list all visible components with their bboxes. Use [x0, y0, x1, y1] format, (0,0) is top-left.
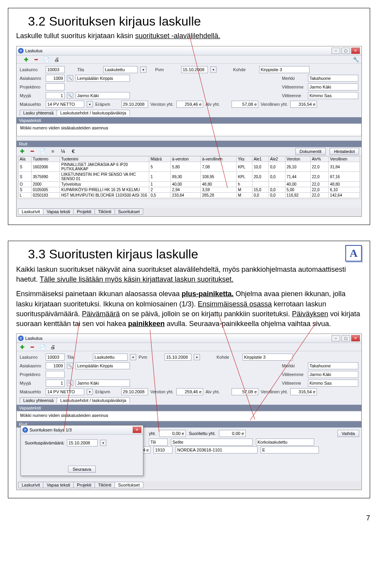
bottom-tab-suoritukset[interactable]: Suoritukset [115, 482, 143, 488]
button-hintatiedot[interactable]: Hintatiedot [330, 148, 359, 155]
field-kohde[interactable]: Kirppistie 3 [259, 66, 309, 73]
label-alvyht-2: Alv yht. [206, 389, 229, 394]
table-row[interactable]: O2000Työveloitus140,0048,80h40,0022,048,… [19, 182, 360, 187]
maximize-button[interactable]: ▢ [341, 48, 350, 54]
label-yht: yht. [149, 431, 156, 436]
bottom-tab-vapaa-teksti[interactable]: Vapaa teksti [43, 208, 74, 215]
field-kohde-2[interactable]: Kirppistie 3 [243, 354, 293, 361]
close-button[interactable]: ✕ [351, 48, 360, 54]
lookup-asiakas[interactable]: 🔍 [67, 75, 73, 81]
table-row[interactable]: S0105005KUPARIKÖYSI PIRELLI HK 16 25 M K… [19, 187, 360, 193]
minimize-button-2[interactable]: – [332, 335, 340, 341]
field-pvm[interactable]: 15.10.2008 [181, 66, 208, 73]
rows-add-icon[interactable]: ✚ [19, 148, 25, 154]
rows-copy-icon[interactable]: 📄 [39, 148, 46, 154]
field-viitteenne[interactable]: Kimmo Sas [308, 92, 358, 99]
para-2: Ensimmäiseksi painetaan ikkunan alaosass… [16, 289, 362, 329]
bottom-tab-laskurivit[interactable]: Laskurivit [18, 208, 43, 215]
p2h: Päiväyksen [292, 310, 328, 318]
field-asiakasnro[interactable]: 1009 [46, 75, 65, 82]
bottom-tab-vapaa-teksti[interactable]: Vapaa teksti [43, 482, 74, 488]
table-row[interactable]: S3575890LIIKETUNNISTIN IHC PIR SENSO VA … [19, 172, 360, 182]
field-myyja-no[interactable]: 1 [46, 92, 65, 99]
dropdown-maksuehto[interactable]: ▾ [87, 101, 93, 107]
section-header-vapaateksti: Vapaateksti [17, 117, 361, 123]
field-nordea: NORDEA 203618-1101 [176, 446, 258, 453]
dropdown-tila-2[interactable]: ▾ [130, 354, 136, 360]
maximize-button-2[interactable]: ▢ [341, 335, 350, 341]
close-button-2[interactable]: ✕ [351, 335, 360, 341]
button-dokumentit[interactable]: Dokumentit [295, 148, 326, 155]
minimize-button[interactable]: – [332, 48, 340, 54]
popup-close-button[interactable]: ✕ [133, 427, 141, 433]
bottom-tab-projekti[interactable]: Projekti [73, 482, 95, 488]
field-pvm-2[interactable]: 15.10.2008 [165, 354, 191, 361]
tab-laskutusehdot[interactable]: Laskutusehdot / laskutuspäiväkirja [57, 110, 130, 116]
field-verotonyht: 259,46 e [176, 101, 203, 108]
field-verollinen: 316,54 e [290, 101, 317, 108]
datepicker-pvm-2[interactable]: ▾ [194, 354, 200, 360]
rows-table[interactable]: Ala Tuotenro Tuotenimi Määrä à-veroton à… [18, 156, 360, 198]
field-erapvm-2[interactable]: 29.10.2008 [121, 388, 148, 395]
field-erapvm[interactable]: 29.10.2008 [121, 101, 148, 108]
rows-equals-icon[interactable]: = [50, 148, 56, 154]
toolbar-print-icon-2[interactable]: 🖨 [50, 344, 56, 350]
textarea-vapaateksti[interactable]: Mökki numero viiden sisäkalusteiden asen… [17, 123, 361, 136]
app-window-2: e Laskutus – ▢ ✕ ✚ ━ 📄 🖨 Laskunro 10003 … [16, 334, 362, 490]
dropdown-tila[interactable]: ▾ [140, 66, 146, 73]
toolbar-copy-icon[interactable]: 📄 [43, 56, 50, 63]
toolbar-add-icon-2[interactable]: ✚ [19, 344, 25, 350]
bottom-tab-tiliöinti[interactable]: Tiliöinti [94, 208, 115, 215]
field-asiakasnro-2[interactable]: 1009 [46, 362, 65, 369]
table-row[interactable]: S1602006PINNALLISET JAKORASIA AP 6 IP20 … [19, 162, 360, 172]
rows-remove-icon[interactable]: ━ [29, 148, 35, 154]
lookup-myyja[interactable]: 🔍 [67, 92, 73, 99]
toolbar-remove-icon-2[interactable]: ━ [29, 344, 35, 350]
bottom-tab-projekti[interactable]: Projekti [73, 208, 95, 215]
p2f: Päivämäärä [82, 310, 120, 318]
app-icon: e [18, 48, 24, 53]
tab-lasku-yhteensa[interactable]: Lasku yhteensä [20, 110, 57, 116]
label-viitteemme: Viitteemme [282, 85, 306, 89]
app-icon-2: e [18, 335, 24, 341]
field-maksuehto[interactable]: 14 PV NETTO [46, 101, 84, 108]
field-tila[interactable]: Laskutettu [103, 66, 138, 73]
rows-sum-icon[interactable]: ¼ [60, 148, 66, 154]
dropdown-maksuehto-2[interactable]: ▾ [87, 389, 93, 395]
table-row[interactable]: L0250183HST MUHVIPUTKI BLÜCHER 110X500 A… [19, 193, 360, 198]
toolbar-remove-icon[interactable]: ━ [33, 56, 39, 63]
toolbar-tool-icon[interactable]: 🔧 [353, 56, 359, 63]
field-maksuehto-2[interactable]: 14 PV NETTO [46, 388, 84, 395]
field-viitteemme[interactable]: Jarmo Käki [308, 83, 358, 90]
field-verollinen-2: 316,54 e [290, 388, 317, 395]
field-viitteemme-2[interactable]: Jarmo Käki [308, 371, 358, 378]
p2g: on se päivä, jolloin se on kirjattu pank… [120, 310, 292, 318]
popup-datepicker-button[interactable]: ▾ [100, 440, 106, 446]
field-e: E [261, 446, 319, 453]
field-merkki-2[interactable]: Takahuone [308, 362, 358, 369]
field-laskunro-2[interactable]: 10003 [46, 354, 65, 361]
field-projektinro-2[interactable] [46, 371, 65, 378]
field-projektinro[interactable] [46, 83, 65, 90]
tab-lasku-yhteensa-2[interactable]: Lasku yhteensä [20, 397, 57, 403]
rows-euro-icon[interactable]: € [70, 148, 76, 154]
bottom-tab-suoritukset[interactable]: Suoritukset [115, 208, 143, 215]
field-myyja-no-2[interactable]: 1 [46, 380, 65, 387]
field-myyja: Jarmo Käki [76, 92, 130, 99]
col-selite: Selite [171, 439, 253, 446]
toolbar-add-icon[interactable]: ✚ [23, 56, 29, 63]
label-verollinen-2: Verollinen yht. [261, 389, 288, 394]
field-laskunro[interactable]: 10003 [46, 66, 65, 73]
toolbar-copy-icon-2[interactable]: 📄 [39, 344, 46, 350]
field-tila-2[interactable]: Laskutettu [93, 354, 128, 361]
popup-date-field[interactable]: 15.10.2008 [67, 439, 98, 446]
field-viitteenne-2[interactable]: Kimmo Sas [308, 380, 358, 387]
bottom-tab-tiliöinti[interactable]: Tiliöinti [94, 482, 115, 488]
toolbar-print-icon[interactable]: 🖨 [54, 56, 60, 63]
button-vaihda[interactable]: Vaihda [337, 430, 359, 437]
datepicker-pvm[interactable]: ▾ [210, 66, 217, 73]
bottom-tab-laskurivit[interactable]: Laskurivit [18, 482, 43, 488]
textarea-vapaateksti-2[interactable]: Mökki numero viiden sisäkalusteiden asen… [17, 411, 361, 421]
field-merkki[interactable]: Takahuone [308, 75, 358, 82]
popup-seuraava-button[interactable]: Seuraava [68, 466, 95, 473]
